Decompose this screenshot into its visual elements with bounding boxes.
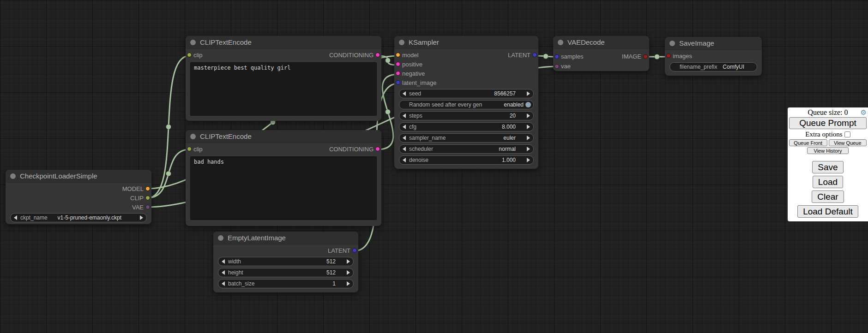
ckpt-name-combo-widget[interactable]: ckpt_name v1-5-pruned-emaonly.ckpt bbox=[10, 213, 147, 222]
input-label: clip bbox=[193, 52, 203, 59]
collapse-dot-icon[interactable] bbox=[558, 40, 563, 45]
queue-size-label: Queue size: 0 bbox=[808, 108, 848, 116]
node-title-bar[interactable]: EmptyLatentImage bbox=[213, 232, 358, 244]
node-ksampler[interactable]: KSampler model LATENT positive negative … bbox=[394, 36, 538, 169]
link-midpoint-dot[interactable] bbox=[543, 54, 549, 59]
settings-gear-icon[interactable]: ⚙ bbox=[861, 109, 867, 116]
collapse-dot-icon[interactable] bbox=[669, 41, 675, 46]
increment-arrow-icon[interactable] bbox=[527, 136, 530, 140]
conditioning-output-dot[interactable] bbox=[375, 147, 380, 151]
link-midpoint-dot[interactable] bbox=[386, 109, 391, 114]
node-checkpoint-loader-simple[interactable]: CheckpointLoaderSimple MODEL CLIP VAE ck… bbox=[6, 170, 151, 224]
queue-prompt-button[interactable]: Queue Prompt bbox=[789, 117, 867, 129]
steps-number-widget[interactable]: steps 20 bbox=[399, 111, 534, 120]
link-midpoint-dot[interactable] bbox=[655, 54, 660, 59]
decrement-arrow-icon[interactable] bbox=[403, 147, 406, 151]
decrement-arrow-icon[interactable] bbox=[222, 281, 225, 286]
node-title-bar[interactable]: CLIPTextEncode bbox=[186, 130, 381, 143]
save-button[interactable]: Save bbox=[812, 161, 843, 173]
decrement-arrow-icon[interactable] bbox=[403, 158, 406, 162]
collapse-dot-icon[interactable] bbox=[190, 134, 196, 139]
slot-row-samples-image: samples IMAGE bbox=[553, 52, 649, 61]
collapse-dot-icon[interactable] bbox=[10, 173, 16, 179]
node-title-bar[interactable]: SaveImage bbox=[665, 37, 762, 50]
decrement-arrow-icon[interactable] bbox=[222, 259, 225, 264]
queue-front-button[interactable]: Queue Front bbox=[789, 139, 827, 146]
width-number-widget[interactable]: width 512 bbox=[218, 257, 354, 266]
slot-row-latent-image: latent_image bbox=[394, 78, 538, 87]
increment-arrow-icon[interactable] bbox=[527, 125, 530, 129]
image-output-dot[interactable] bbox=[643, 54, 648, 59]
widget-label: Random seed after every gen bbox=[409, 101, 482, 108]
vae-output-dot[interactable] bbox=[145, 205, 150, 209]
node-clip-text-encode-positive[interactable]: CLIPTextEncode clip CONDITIONING masterp… bbox=[186, 36, 381, 121]
decrement-arrow-icon[interactable] bbox=[222, 270, 225, 275]
decrement-arrow-icon[interactable] bbox=[14, 215, 17, 220]
widget-label: filename_prefix bbox=[680, 64, 717, 70]
latent-output-dot[interactable] bbox=[352, 248, 357, 253]
increment-arrow-icon[interactable] bbox=[527, 147, 530, 151]
decrement-arrow-icon[interactable] bbox=[403, 91, 406, 96]
negative-input-dot[interactable] bbox=[396, 71, 400, 76]
conditioning-output-dot[interactable] bbox=[375, 53, 380, 57]
toggle-dot-icon[interactable] bbox=[525, 102, 531, 107]
increment-arrow-icon[interactable] bbox=[347, 281, 350, 286]
images-input-dot[interactable] bbox=[666, 54, 671, 58]
clip-input-dot[interactable] bbox=[187, 147, 192, 151]
input-label: positive bbox=[402, 61, 422, 68]
model-input-dot[interactable] bbox=[396, 53, 400, 57]
extra-options-checkbox[interactable] bbox=[844, 131, 850, 137]
filename-prefix-text-widget[interactable]: filename_prefix ComfyUI bbox=[669, 62, 757, 71]
sampler-name-combo-widget[interactable]: sampler_name euler bbox=[399, 133, 534, 143]
load-default-button[interactable]: Load Default bbox=[797, 205, 858, 218]
increment-arrow-icon[interactable] bbox=[140, 215, 143, 220]
node-title: CheckpointLoaderSimple bbox=[20, 172, 97, 180]
load-button[interactable]: Load bbox=[813, 176, 843, 188]
clip-output-dot[interactable] bbox=[145, 196, 150, 200]
batch-size-number-widget[interactable]: batch_size 1 bbox=[218, 279, 354, 288]
height-number-widget[interactable]: height 512 bbox=[218, 268, 354, 277]
increment-arrow-icon[interactable] bbox=[347, 259, 350, 264]
node-title-bar[interactable]: CLIPTextEncode bbox=[186, 36, 381, 49]
node-clip-text-encode-negative[interactable]: CLIPTextEncode clip CONDITIONING bad han… bbox=[186, 130, 381, 226]
collapse-dot-icon[interactable] bbox=[190, 40, 196, 45]
scheduler-combo-widget[interactable]: scheduler normal bbox=[399, 144, 534, 154]
node-empty-latent-image[interactable]: EmptyLatentImage LATENT width 512 height… bbox=[213, 232, 358, 292]
output-label: IMAGE bbox=[622, 53, 641, 60]
node-vae-decode[interactable]: VAEDecode samples IMAGE vae bbox=[553, 36, 649, 71]
seed-number-widget[interactable]: seed 8566257 bbox=[399, 89, 534, 98]
node-title-bar[interactable]: KSampler bbox=[394, 36, 538, 49]
decrement-arrow-icon[interactable] bbox=[403, 125, 406, 129]
increment-arrow-icon[interactable] bbox=[527, 158, 530, 162]
increment-arrow-icon[interactable] bbox=[527, 91, 530, 96]
latent-image-input-dot[interactable] bbox=[396, 80, 400, 85]
decrement-arrow-icon[interactable] bbox=[403, 136, 406, 140]
positive-input-dot[interactable] bbox=[396, 62, 400, 66]
increment-arrow-icon[interactable] bbox=[527, 113, 530, 118]
clip-input-dot[interactable] bbox=[187, 53, 192, 57]
collapse-dot-icon[interactable] bbox=[218, 235, 223, 241]
node-save-image[interactable]: SaveImage images filename_prefix ComfyUI bbox=[665, 37, 762, 76]
view-history-button[interactable]: View History bbox=[807, 147, 849, 154]
view-queue-button[interactable]: View Queue bbox=[829, 139, 867, 146]
samples-input-dot[interactable] bbox=[555, 54, 559, 59]
vae-input-dot[interactable] bbox=[555, 64, 559, 69]
widget-label: seed bbox=[409, 90, 421, 97]
collapse-dot-icon[interactable] bbox=[399, 40, 404, 45]
model-output-dot[interactable] bbox=[145, 186, 150, 191]
latent-output-dot[interactable] bbox=[532, 53, 537, 57]
link-midpoint-dot[interactable] bbox=[166, 125, 171, 130]
node-title-bar[interactable]: VAEDecode bbox=[553, 36, 649, 49]
graph-canvas[interactable]: CheckpointLoaderSimple MODEL CLIP VAE ck… bbox=[0, 0, 868, 333]
cfg-number-widget[interactable]: cfg 8.000 bbox=[399, 122, 534, 131]
node-title-bar[interactable]: CheckpointLoaderSimple bbox=[6, 170, 151, 183]
decrement-arrow-icon[interactable] bbox=[403, 113, 406, 118]
prompt-textarea[interactable]: masterpiece best quality girl bbox=[190, 62, 377, 116]
prompt-textarea[interactable]: bad hands bbox=[190, 156, 377, 220]
denoise-number-widget[interactable]: denoise 1.000 bbox=[399, 155, 534, 165]
link-midpoint-dot[interactable] bbox=[166, 171, 171, 176]
random-seed-toggle-widget[interactable]: Random seed after every gen enabled bbox=[399, 100, 534, 109]
increment-arrow-icon[interactable] bbox=[347, 270, 350, 275]
clear-button[interactable]: Clear bbox=[812, 190, 844, 203]
link-midpoint-dot[interactable] bbox=[386, 58, 391, 63]
